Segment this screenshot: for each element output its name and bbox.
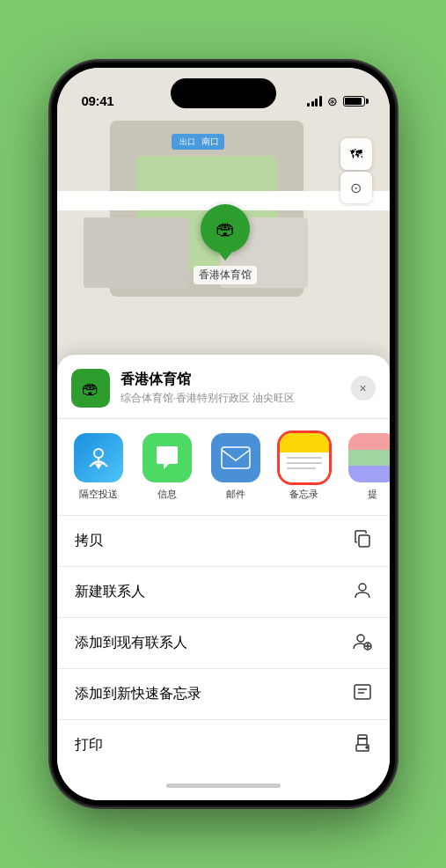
action-copy[interactable]: 拷贝 xyxy=(57,516,390,567)
add-note-icon xyxy=(353,682,372,706)
pin-label: 香港体育馆 xyxy=(194,266,257,284)
action-add-existing[interactable]: 添加到现有联系人 xyxy=(57,618,390,669)
map-type-icon: 🗺 xyxy=(350,147,362,161)
venue-info: 香港体育馆 综合体育馆·香港特别行政区 油尖旺区 xyxy=(121,371,351,406)
copy-label: 拷贝 xyxy=(75,532,103,550)
battery-icon xyxy=(343,96,365,107)
status-icons: ⊛ xyxy=(307,94,365,108)
share-app-airdrop[interactable]: 隔空投送 xyxy=(68,433,129,501)
airdrop-icon xyxy=(74,433,123,482)
new-contact-label: 新建联系人 xyxy=(75,583,145,601)
airdrop-label: 隔空投送 xyxy=(79,488,118,501)
action-print[interactable]: 打印 xyxy=(57,720,390,770)
svg-marker-2 xyxy=(95,464,102,469)
location-icon: ⊙ xyxy=(350,180,362,196)
mail-icon xyxy=(211,433,260,482)
copy-icon xyxy=(353,529,372,553)
add-existing-icon xyxy=(353,631,372,655)
new-contact-icon xyxy=(353,580,372,604)
share-app-more[interactable]: 提 xyxy=(342,433,390,501)
venue-emoji: 🏟 xyxy=(82,379,99,399)
share-app-mail[interactable]: 邮件 xyxy=(205,433,267,501)
location-button[interactable]: ⊙ xyxy=(340,172,372,203)
svg-point-15 xyxy=(366,747,368,748)
venue-icon: 🏟 xyxy=(71,369,110,408)
map-block-left xyxy=(84,217,189,288)
share-app-messages[interactable]: 信息 xyxy=(136,433,198,501)
svg-point-6 xyxy=(357,635,364,642)
stadium-icon: 🏟 xyxy=(216,217,235,240)
action-new-contact[interactable]: 新建联系人 xyxy=(57,567,390,618)
svg-rect-10 xyxy=(355,685,370,699)
print-label: 打印 xyxy=(75,736,103,754)
add-note-label: 添加到新快速备忘录 xyxy=(75,685,201,703)
pin-circle: 🏟 xyxy=(201,204,250,254)
svg-point-5 xyxy=(359,584,366,591)
bottom-sheet: 🏟 香港体育馆 综合体育馆·香港特别行政区 油尖旺区 × xyxy=(57,355,390,800)
svg-point-0 xyxy=(94,449,103,458)
dynamic-island xyxy=(171,78,276,108)
venue-subtitle: 综合体育馆·香港特别行政区 油尖旺区 xyxy=(121,391,351,406)
share-app-notes[interactable]: 备忘录 xyxy=(274,433,335,501)
add-existing-label: 添加到现有联系人 xyxy=(75,634,187,652)
sheet-header: 🏟 香港体育馆 综合体育馆·香港特别行政区 油尖旺区 × xyxy=(57,355,390,419)
phone-screen: 09:41 ⊛ 出口 xyxy=(57,68,390,800)
print-icon xyxy=(353,733,372,757)
notes-icon xyxy=(280,433,329,482)
south-entrance-label: 出口 南口 xyxy=(172,134,225,150)
wifi-icon: ⊛ xyxy=(327,94,338,108)
close-button[interactable]: × xyxy=(351,376,376,401)
share-row: 隔空投送 信息 xyxy=(57,419,390,516)
mail-label: 邮件 xyxy=(226,488,245,501)
signal-bars-icon xyxy=(307,96,322,107)
venue-name: 香港体育馆 xyxy=(121,371,351,389)
notes-label: 备忘录 xyxy=(289,488,318,501)
more-label: 提 xyxy=(368,488,377,501)
svg-rect-14 xyxy=(358,735,367,739)
messages-label: 信息 xyxy=(157,488,177,501)
map-controls: 🗺 ⊙ xyxy=(340,138,372,203)
messages-icon xyxy=(143,433,192,482)
home-bar xyxy=(166,783,281,788)
home-indicator xyxy=(57,770,390,800)
action-add-note[interactable]: 添加到新快速备忘录 xyxy=(57,669,390,720)
stadium-pin[interactable]: 🏟 香港体育馆 xyxy=(194,204,257,284)
more-apps-icon xyxy=(348,433,390,482)
svg-rect-3 xyxy=(222,447,250,468)
svg-rect-4 xyxy=(359,535,369,547)
phone-frame: 09:41 ⊛ 出口 xyxy=(52,63,395,805)
status-time: 09:41 xyxy=(82,93,114,108)
map-type-button[interactable]: 🗺 xyxy=(340,138,372,170)
action-list: 拷贝 新建联系人 xyxy=(57,516,390,770)
